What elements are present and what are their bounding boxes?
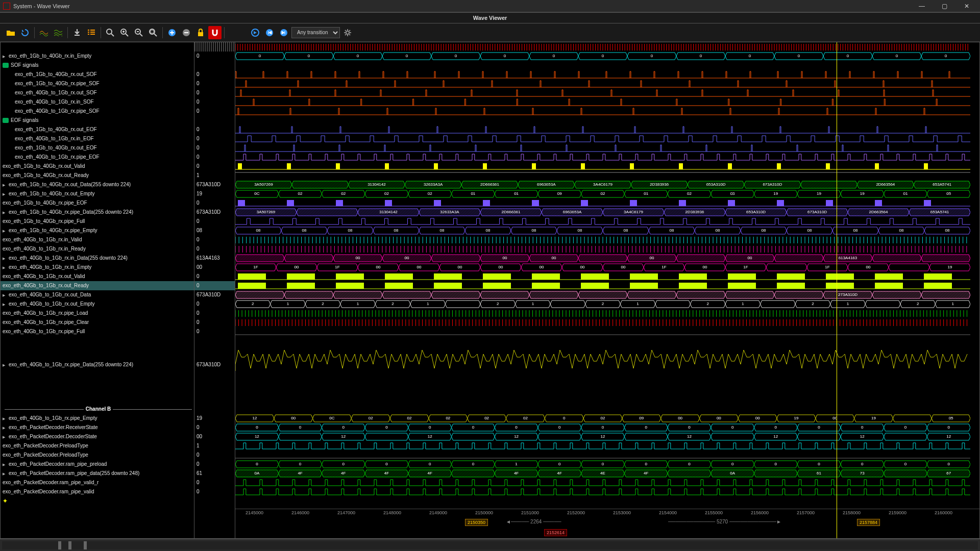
waveform-row[interactable]: 00000010000000000: [235, 460, 979, 469]
cursor-handle-icon[interactable]: ✦: [3, 497, 8, 505]
maximize-button[interactable]: ▢: [934, 1, 954, 11]
signal-name-row[interactable]: exo_eth_40Gb_to_1Gb_rx.in_Empty: [1, 263, 194, 272]
wave-grid-button[interactable]: [52, 26, 65, 39]
signal-name-row[interactable]: EOF signals: [1, 116, 194, 125]
prev-edge-button[interactable]: [263, 26, 276, 39]
waveform-row[interactable]: 1F001F000000000000001F001F1F0019: [235, 263, 979, 272]
signal-name-row[interactable]: exo_eth_1Gb_to_40Gb_rx.pipe_Data(255 dow…: [1, 208, 194, 217]
waveform-row[interactable]: [235, 88, 979, 97]
waveform-row[interactable]: [235, 318, 979, 327]
waveform-row[interactable]: 0A4F4F4F4F4F4F4E4F0A617367: [235, 469, 979, 478]
signal-name-row[interactable]: exo_eth_PacketDecoder.PreloadType: [1, 450, 194, 460]
waveform-row[interactable]: [235, 70, 979, 79]
signal-name-row[interactable]: exo_eth_40Gb_to_1Gb_rx.pipe_Full: [1, 327, 194, 336]
waveform-row[interactable]: 000000000000000: [235, 52, 979, 61]
signal-name-row[interactable]: exo_eth_40Gb_to_1Gb_rx.pipe_Empty: [1, 414, 194, 423]
signal-name-row[interactable]: exo_eth_40Gb_to_1Gb_rx.in_SOF: [1, 97, 194, 107]
signal-name-row[interactable]: exo_eth_PacketDecoder.ram_pipe_valid_r: [1, 478, 194, 487]
signal-name-row[interactable]: exo_eth_40Gb_to_1Gb_rx.in_Valid: [1, 235, 194, 244]
zoom-button[interactable]: [104, 26, 117, 39]
waveform-row[interactable]: [235, 171, 979, 180]
scrollbar-thumb[interactable]: [58, 541, 61, 549]
signal-name-row[interactable]: exo_eth_PacketDecoder.DecoderState: [1, 432, 194, 441]
wave-style-button[interactable]: [37, 26, 51, 39]
waveform-row[interactable]: [235, 272, 979, 281]
hscrollbar[interactable]: [2, 541, 978, 549]
signal-name-row[interactable]: [1, 336, 194, 345]
signal-name-row[interactable]: exo_eth_1Gb_to_40Gb_rx.pipe_SOF: [1, 79, 194, 88]
zoom-in-button[interactable]: [118, 26, 131, 39]
reload-button[interactable]: [18, 26, 32, 39]
scrollbar-thumb[interactable]: [68, 541, 71, 549]
signal-name-row[interactable]: exo_eth_1Gb_to_40Gb_rx.pipe_Full: [1, 217, 194, 226]
magnet-button[interactable]: [208, 26, 222, 39]
signal-name-row[interactable]: exo_eth_40Gb_to_1Gb_rx.out_Empty: [1, 299, 194, 309]
signal-name-row[interactable]: exo_eth_40Gb_to_1Gb_rx.out_Valid: [1, 272, 194, 281]
waveform-row[interactable]: 2121212121212121: [235, 299, 979, 309]
zoom-out-button[interactable]: [132, 26, 145, 39]
waveform-row[interactable]: 00000000000000000: [235, 423, 979, 432]
open-file-button[interactable]: [4, 26, 17, 39]
waveform-row[interactable]: [235, 153, 979, 162]
add-button[interactable]: [165, 26, 179, 39]
signal-name-row[interactable]: exo_eth_40Gb_to_1Gb_rx.pipe_EOF: [1, 153, 194, 162]
settings-button[interactable]: [341, 26, 354, 39]
waveform-row[interactable]: 3A5072693130414232633A3A2D6663616963653A…: [235, 208, 979, 217]
waveform-row[interactable]: [235, 143, 979, 153]
goto-button[interactable]: [249, 26, 262, 39]
waveform-row[interactable]: [235, 125, 979, 134]
signal-name-row[interactable]: exo_eth_40Gb_to_1Gb_rx.in_Data(255 downt…: [1, 254, 194, 263]
waveform-row[interactable]: [235, 198, 979, 208]
scrollbar-thumb[interactable]: [84, 541, 87, 549]
waveform-row[interactable]: [235, 217, 979, 226]
zoom-fit-button[interactable]: [146, 26, 160, 39]
signal-name-row[interactable]: exo_eth_1Gb_to_40Gb_rx.pipe_Empty: [1, 226, 194, 235]
cursor-line[interactable]: [837, 42, 837, 538]
signal-name-row[interactable]: exo_eth_1Gb_to_40Gb_rx.in_Empty: [1, 52, 194, 61]
waveform-row[interactable]: [235, 309, 979, 318]
signal-name-row[interactable]: exo_eth_PacketDecoder.ram_pipe_preload: [1, 460, 194, 469]
waveform-row[interactable]: [235, 244, 979, 254]
signal-name-row[interactable]: exo_eth_1Gb_to_40Gb_rx.out_Empty: [1, 189, 194, 198]
signal-values-panel[interactable]: 000000000001673A310D190673A310D00800613A…: [194, 42, 235, 538]
signal-name-row[interactable]: exo_eth_PacketDecoder.PreloadType: [1, 441, 194, 450]
waveform-row[interactable]: [235, 281, 979, 290]
waveform-row[interactable]: [235, 450, 979, 460]
signal-name-row[interactable]: exo_eth_PacketDecoder.ReceiverState: [1, 423, 194, 432]
list-button[interactable]: [85, 26, 98, 39]
remove-button[interactable]: [180, 26, 193, 39]
signal-name-row[interactable]: exo_eth_1Gb_to_40Gb_rx.out_Ready: [1, 171, 194, 180]
signal-name-row[interactable]: exo_eth_PacketDecoder.ram_pipe_valid: [1, 487, 194, 496]
transition-select[interactable]: Any transition: [291, 27, 340, 38]
waveform-row[interactable]: 121212121212121212: [235, 432, 979, 441]
signal-names-panel[interactable]: exo_eth_1Gb_to_40Gb_rx.in_EmptySOF signa…: [1, 42, 194, 538]
signal-name-row[interactable]: exo_eth_40Gb_to_1Gb_rx.out_Data: [1, 290, 194, 299]
waveform-row[interactable]: [235, 61, 979, 70]
time-ruler[interactable]: 2145000214600021470002148000214900021500…: [235, 509, 979, 518]
signal-name-row[interactable]: exo_eth_40Gb_to_1Gb_rx.pipe_Load: [1, 309, 194, 318]
signal-name-row[interactable]: exo_eth_40Gb_to_1Gb_rx.out_Ready: [1, 281, 194, 290]
export-button[interactable]: [70, 26, 84, 39]
waveform-row[interactable]: 000000000000613A4163: [235, 254, 979, 263]
signal-name-row[interactable]: exo_eth_40Gb_to_1Gb_rx.out_SOF: [1, 88, 194, 97]
signal-name-row[interactable]: exo_eth_1Gb_to_40Gb_rx.out_EOF: [1, 125, 194, 134]
signal-name-row[interactable]: exo_eth_1Gb_to_40Gb_rx.out_Valid: [1, 162, 194, 171]
signal-name-row[interactable]: exo_eth_PacketDecoder.ram_pipe_data(255 …: [1, 469, 194, 478]
waveform-row[interactable]: [235, 384, 979, 405]
signal-name-row[interactable]: exo_eth_40Gb_to_1Gb_rx.in_Ready: [1, 244, 194, 254]
signal-name-row[interactable]: exo_eth_1Gb_to_40Gb_rx.pipe_EOF: [1, 198, 194, 208]
signal-name-row[interactable]: SOF signals: [1, 61, 194, 70]
minimize-button[interactable]: —: [912, 1, 932, 11]
signal-name-row[interactable]: exo_eth_1Gb_to_40Gb_rx.out_Data(255 down…: [1, 180, 194, 189]
waveform-row[interactable]: 08080808080808080808080808080808: [235, 226, 979, 235]
waveform-row[interactable]: 0C02020202010109020102031919190105: [235, 189, 979, 198]
waveform-row[interactable]: [235, 235, 979, 244]
waveform-row[interactable]: [235, 405, 979, 414]
waveform-row[interactable]: [235, 79, 979, 88]
waveform-row[interactable]: [235, 441, 979, 450]
lock-button[interactable]: [194, 26, 207, 39]
waveform-row[interactable]: [235, 107, 979, 116]
next-edge-button[interactable]: [277, 26, 290, 39]
signal-name-row[interactable]: [1, 384, 194, 405]
waveform-row[interactable]: [235, 336, 979, 345]
